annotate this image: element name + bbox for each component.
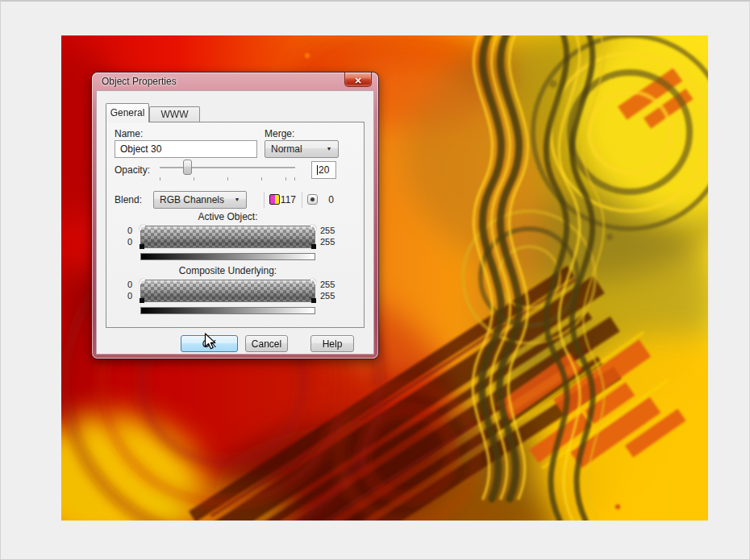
- close-button[interactable]: ✕: [344, 73, 372, 87]
- slider-tick: [294, 177, 295, 180]
- dialog-title: Object Properties: [102, 76, 177, 87]
- chevron-down-icon: ▼: [323, 142, 335, 156]
- cancel-button[interactable]: Cancel: [245, 335, 288, 352]
- name-label: Name:: [115, 128, 143, 139]
- blend-label: Blend:: [115, 194, 142, 205]
- mouse-cursor-icon: [204, 333, 217, 351]
- slider-tick: [160, 177, 160, 180]
- composite-min-bottom: 0: [127, 291, 132, 301]
- merge-label: Merge:: [265, 128, 294, 139]
- ramp-handle-bottom-left[interactable]: [140, 298, 144, 303]
- dialog-titlebar[interactable]: Object Properties ✕: [92, 73, 378, 90]
- ramp-handle-top-right[interactable]: [310, 225, 316, 230]
- grayscale-swatch-icon: [307, 194, 318, 205]
- blend-dropdown[interactable]: RGB Channels ▼: [153, 191, 247, 209]
- composite-max-bottom: 255: [320, 291, 335, 301]
- opacity-label: Opacity:: [115, 164, 150, 176]
- slider-tick: [261, 177, 262, 180]
- blend-range-cell-2[interactable]: 0: [302, 192, 340, 208]
- composite-underlying-title: Composite Underlying:: [140, 265, 315, 276]
- ramp-handle-top-right[interactable]: [310, 279, 316, 284]
- composite-min-top: 0: [127, 280, 132, 289]
- ramp-handle-top-left[interactable]: [140, 279, 145, 284]
- ramp-handle-bottom-right[interactable]: [311, 298, 316, 303]
- composite-underlying-ramp[interactable]: [140, 280, 315, 302]
- tab-www-url[interactable]: WWW URL: [149, 106, 200, 122]
- active-object-title: Active Object:: [140, 211, 315, 222]
- composite-gradient-preview: [140, 307, 315, 314]
- merge-dropdown[interactable]: Normal ▼: [265, 140, 339, 158]
- merge-selected-value: Normal: [271, 141, 302, 157]
- ramp-handle-top-left[interactable]: [140, 225, 145, 230]
- active-min-bottom: 0: [127, 237, 132, 247]
- slider-tick: [227, 177, 228, 180]
- dialog-client-area: General WWW URL Name: Merge: Normal ▼ Op…: [96, 90, 374, 355]
- opacity-value-input[interactable]: 20: [311, 161, 336, 179]
- tab-general-label: General: [110, 107, 145, 118]
- active-max-top: 255: [320, 226, 335, 235]
- active-gradient-preview: [140, 253, 315, 260]
- ramp-handle-bottom-right[interactable]: [311, 244, 316, 249]
- blend-range-value-1: 117: [281, 194, 296, 205]
- blend-range-value-2: 0: [328, 194, 334, 205]
- color-range-swatch-icon: [269, 194, 280, 205]
- blend-range-cell-1[interactable]: 117: [264, 192, 302, 208]
- tab-general[interactable]: General: [106, 103, 149, 122]
- chevron-down-icon: ▼: [231, 193, 243, 207]
- active-min-top: 0: [127, 226, 132, 235]
- opacity-value-text: 20: [319, 164, 329, 176]
- desktop-canvas: Object Properties ✕ General WWW URL Name…: [0, 0, 750, 560]
- opacity-slider-track[interactable]: [160, 167, 295, 168]
- name-input[interactable]: [115, 140, 257, 158]
- ramp-handle-bottom-left[interactable]: [140, 244, 144, 249]
- opacity-slider-thumb[interactable]: [183, 160, 192, 175]
- close-icon: ✕: [354, 76, 361, 85]
- general-tab-page: Name: Merge: Normal ▼ Opacity:: [106, 122, 365, 328]
- active-object-ramp[interactable]: [140, 226, 315, 248]
- slider-tick: [285, 177, 286, 180]
- composite-max-top: 255: [320, 280, 335, 289]
- slider-tick: [194, 177, 194, 180]
- active-max-bottom: 255: [320, 237, 335, 247]
- object-properties-dialog: Object Properties ✕ General WWW URL Name…: [92, 73, 378, 359]
- text-caret: [317, 165, 318, 175]
- opacity-slider[interactable]: [160, 160, 295, 182]
- blend-selected-value: RGB Channels: [160, 192, 224, 208]
- help-button[interactable]: Help: [310, 335, 354, 352]
